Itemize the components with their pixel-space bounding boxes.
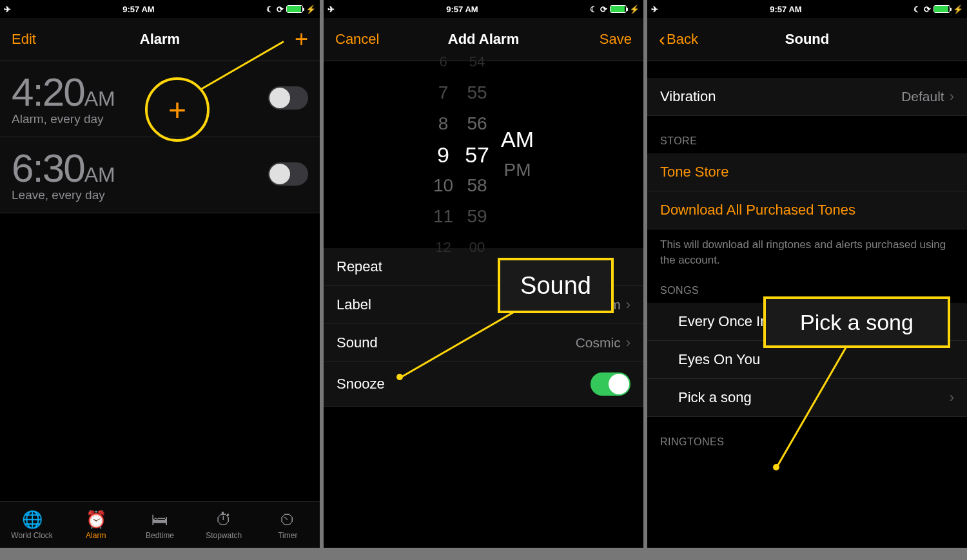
callout-dot xyxy=(773,464,779,470)
callout-dot xyxy=(396,374,403,380)
status-bar: ✈ 9:57 AM ☾ ⟳ ⚡ xyxy=(324,0,643,18)
alarm-label: Alarm, every day xyxy=(12,112,115,126)
snooze-row: Snooze xyxy=(324,362,643,407)
chevron-right-icon: › xyxy=(626,334,630,351)
ringtones-header: RINGTONES xyxy=(647,417,967,454)
status-time: 9:57 AM xyxy=(122,5,154,14)
tab-bedtime[interactable]: 🛏Bedtime xyxy=(128,510,191,540)
status-time: 9:57 AM xyxy=(770,5,801,14)
alarm-row[interactable]: 4:20AM Alarm, every day xyxy=(0,61,320,137)
battery-icon xyxy=(286,5,303,13)
add-alarm-button[interactable]: + xyxy=(295,26,308,53)
nav-bar: Edit Alarm + xyxy=(0,18,320,61)
page-title: Alarm xyxy=(140,31,180,48)
page-title: Add Alarm xyxy=(448,31,519,48)
lock-icon: ⟳ xyxy=(277,5,284,14)
timer-icon: ⏲ xyxy=(256,510,320,530)
alarm-toggle[interactable] xyxy=(268,86,308,110)
nav-bar: ‹Back Sound xyxy=(647,18,967,61)
download-tones-link[interactable]: Download All Purchased Tones xyxy=(647,191,967,229)
charging-icon: ⚡ xyxy=(629,5,640,14)
airplane-icon: ✈ xyxy=(327,5,335,14)
screen-sound: ✈ 9:57 AM ☾ ⟳ ⚡ ‹Back Sound Vibration De… xyxy=(647,0,967,548)
alarm-icon: ⏰ xyxy=(64,510,128,530)
stopwatch-icon: ⏱ xyxy=(192,510,256,530)
alarm-toggle[interactable] xyxy=(268,162,308,186)
bed-icon: 🛏 xyxy=(128,510,191,530)
chevron-right-icon: › xyxy=(626,296,630,313)
hour-picker[interactable]: 6 7 8 9 10 11 12 xyxy=(433,46,453,263)
back-button[interactable]: ‹Back xyxy=(659,31,698,48)
chevron-right-icon: › xyxy=(950,389,954,406)
status-bar: ✈ 9:57 AM ☾ ⟳ ⚡ xyxy=(647,0,967,18)
tone-store-link[interactable]: Tone Store xyxy=(647,153,967,191)
alarm-label: Leave, every day xyxy=(12,188,115,202)
tab-world-clock[interactable]: 🌐World Clock xyxy=(0,510,64,540)
minute-picker[interactable]: 54 55 56 57 58 59 00 xyxy=(465,46,489,263)
page-title: Sound xyxy=(785,31,829,48)
alarm-time: 4:20AM xyxy=(12,69,115,115)
battery-icon xyxy=(933,5,950,13)
chevron-right-icon: › xyxy=(950,88,954,105)
alarm-row[interactable]: 6:30AM Leave, every day xyxy=(0,137,320,213)
tab-alarm[interactable]: ⏰Alarm xyxy=(64,510,128,540)
moon-icon: ☾ xyxy=(590,5,598,14)
edit-button[interactable]: Edit xyxy=(12,31,36,48)
callout-box-sound: Sound xyxy=(498,258,614,313)
moon-icon: ☾ xyxy=(266,5,274,14)
snooze-toggle[interactable] xyxy=(591,372,630,396)
callout-box-pick-song: Pick a song xyxy=(763,296,950,348)
lock-icon: ⟳ xyxy=(924,5,931,14)
save-button[interactable]: Save xyxy=(600,31,632,48)
globe-icon: 🌐 xyxy=(0,510,64,530)
airplane-icon: ✈ xyxy=(651,5,658,14)
battery-icon xyxy=(610,5,627,13)
charging-icon: ⚡ xyxy=(306,5,316,14)
chevron-left-icon: ‹ xyxy=(659,33,665,46)
lock-icon: ⟳ xyxy=(600,5,607,14)
tab-bar: 🌐World Clock ⏰Alarm 🛏Bedtime ⏱Stopwatch … xyxy=(0,501,320,548)
cancel-button[interactable]: Cancel xyxy=(335,31,379,48)
airplane-icon: ✈ xyxy=(4,5,11,14)
status-bar: ✈ 9:57 AM ☾ ⟳ ⚡ xyxy=(0,0,320,18)
store-header: STORE xyxy=(647,116,967,153)
alarm-time: 6:30AM xyxy=(12,145,115,191)
ampm-picker[interactable]: AM PM xyxy=(501,124,534,186)
screen-alarm-list: ✈ 9:57 AM ☾ ⟳ ⚡ Edit Alarm + 4:20AM Alar… xyxy=(0,0,320,548)
tab-stopwatch[interactable]: ⏱Stopwatch xyxy=(192,510,256,540)
vibration-row[interactable]: Vibration Default› xyxy=(647,78,967,116)
time-picker[interactable]: 6 7 8 9 10 11 12 54 55 56 57 58 59 00 AM… xyxy=(324,61,643,248)
status-time: 9:57 AM xyxy=(446,5,478,14)
screen-add-alarm: ✈ 9:57 AM ☾ ⟳ ⚡ Cancel Add Alarm Save 6 … xyxy=(324,0,643,548)
tab-timer[interactable]: ⏲Timer xyxy=(256,510,320,540)
charging-icon: ⚡ xyxy=(953,5,963,14)
moon-icon: ☾ xyxy=(913,5,921,14)
store-note: This will download all ringtones and ale… xyxy=(647,229,967,276)
